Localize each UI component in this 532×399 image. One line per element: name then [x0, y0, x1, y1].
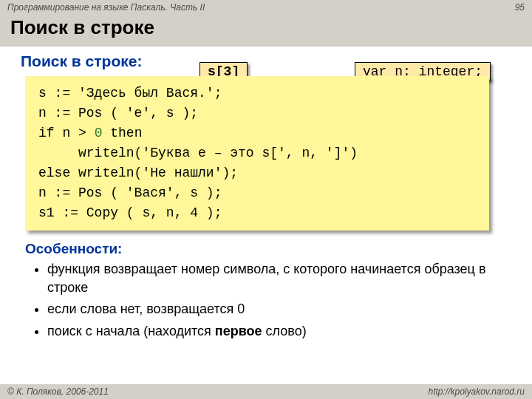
code-l3b: 0: [95, 126, 103, 140]
list-item: поиск с начала (находится первое слово): [47, 322, 511, 341]
copyright: © К. Поляков, 2006-2011: [7, 386, 109, 397]
course-label: Программирование на языке Паскаль. Часть…: [7, 2, 205, 13]
code-l2: n := Pos ( 'е', s );: [38, 106, 198, 120]
f3c: слово): [262, 324, 307, 338]
topband: Программирование на языке Паскаль. Часть…: [0, 0, 532, 15]
footer: © К. Поляков, 2006-2011 http://kpolyakov…: [0, 384, 532, 399]
code-l6: n := Pos ( 'Вася', s );: [38, 185, 222, 200]
code-l5: else writeln('Не нашли');: [38, 166, 238, 180]
list-item: функция возвращает номер символа, с кото…: [47, 260, 511, 297]
page-title: Поиск в строке: [10, 16, 522, 39]
page-number: 95: [515, 2, 525, 13]
subheading-features: Особенности:: [25, 241, 511, 257]
code-l1: s := 'Здесь был Вася.';: [38, 86, 222, 100]
list-item: если слова нет, возвращается 0: [47, 300, 511, 318]
f3a: поиск с начала (находится: [47, 324, 215, 338]
code-block: s := 'Здесь был Вася.'; n := Pos ( 'е', …: [25, 76, 489, 231]
code-l3c: then: [102, 126, 142, 140]
code-l7: s1 := Copy ( s, n, 4 );: [38, 205, 222, 220]
content: Поиск в строке: s := 'Здесь был Вася.'; …: [0, 47, 532, 341]
code-l3a: if n >: [38, 126, 95, 140]
features-list: функция возвращает номер символа, с кото…: [47, 260, 511, 341]
title-bar: Поиск в строке: [0, 15, 532, 47]
subheading-search: Поиск в строке:: [21, 52, 511, 70]
f3b: первое: [215, 324, 262, 338]
code-l4: writeln('Буква е – это s[', n, ']'): [38, 146, 358, 160]
website-link: http://kpolyakov.narod.ru: [428, 386, 525, 397]
